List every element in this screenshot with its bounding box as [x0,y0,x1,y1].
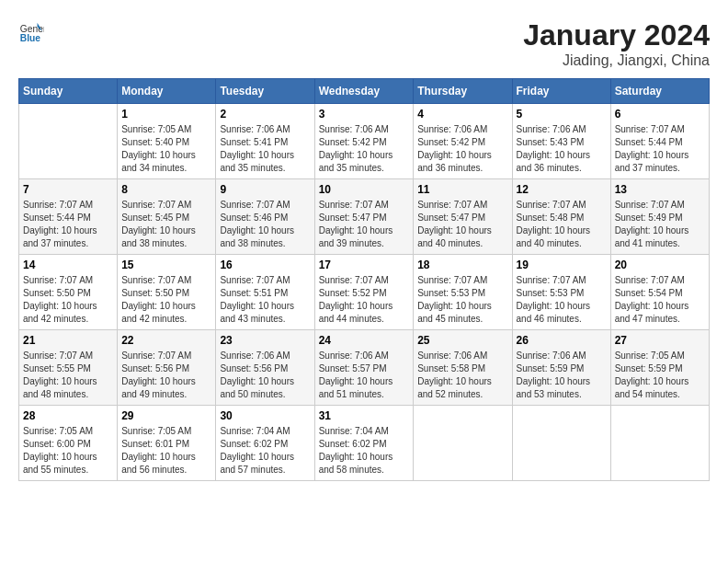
day-info: Sunrise: 7:07 AMSunset: 5:51 PMDaylight:… [220,274,310,326]
day-cell: 14Sunrise: 7:07 AMSunset: 5:50 PMDayligh… [19,255,118,330]
day-number: 20 [615,259,705,271]
day-info: Sunrise: 7:07 AMSunset: 5:56 PMDaylight:… [121,350,211,401]
header-cell-thursday: Thursday [414,79,512,104]
day-cell [610,406,709,481]
day-info: Sunrise: 7:07 AMSunset: 5:50 PMDaylight:… [121,274,211,326]
week-row-5: 28Sunrise: 7:05 AMSunset: 6:00 PMDayligh… [19,406,710,481]
day-number: 29 [121,409,211,422]
logo: General Blue [18,18,44,44]
day-cell: 30Sunrise: 7:04 AMSunset: 6:02 PMDayligh… [216,406,314,481]
week-row-4: 21Sunrise: 7:07 AMSunset: 5:55 PMDayligh… [19,330,710,406]
day-info: Sunrise: 7:07 AMSunset: 5:53 PMDaylight:… [417,274,507,326]
day-cell: 9Sunrise: 7:07 AMSunset: 5:46 PMDaylight… [216,179,314,255]
page-header: General Blue January 2024 Jiading, Jiang… [18,18,710,69]
day-number: 28 [23,409,113,422]
header-cell-sunday: Sunday [19,79,118,104]
day-number: 27 [615,334,705,347]
day-cell: 28Sunrise: 7:05 AMSunset: 6:00 PMDayligh… [19,406,118,481]
day-cell: 25Sunrise: 7:06 AMSunset: 5:58 PMDayligh… [414,330,512,406]
day-info: Sunrise: 7:05 AMSunset: 5:40 PMDaylight:… [121,123,211,175]
day-cell: 19Sunrise: 7:07 AMSunset: 5:53 PMDayligh… [512,255,610,330]
day-number: 24 [319,334,410,347]
day-info: Sunrise: 7:06 AMSunset: 5:42 PMDaylight:… [319,123,410,175]
day-info: Sunrise: 7:06 AMSunset: 5:42 PMDaylight:… [417,123,507,175]
day-cell: 18Sunrise: 7:07 AMSunset: 5:53 PMDayligh… [414,255,512,330]
day-info: Sunrise: 7:07 AMSunset: 5:44 PMDaylight:… [23,199,113,250]
day-info: Sunrise: 7:06 AMSunset: 5:43 PMDaylight:… [517,123,607,175]
day-info: Sunrise: 7:05 AMSunset: 6:01 PMDaylight:… [121,425,211,477]
day-info: Sunrise: 7:06 AMSunset: 5:59 PMDaylight:… [517,350,607,401]
day-number: 9 [220,183,310,196]
day-info: Sunrise: 7:07 AMSunset: 5:49 PMDaylight:… [615,199,705,250]
day-info: Sunrise: 7:07 AMSunset: 5:54 PMDaylight:… [615,274,705,326]
header-cell-saturday: Saturday [610,79,709,104]
svg-text:Blue: Blue [20,33,41,43]
day-cell: 7Sunrise: 7:07 AMSunset: 5:44 PMDaylight… [19,179,118,255]
day-number: 12 [517,183,607,196]
header-cell-tuesday: Tuesday [216,79,314,104]
day-cell: 8Sunrise: 7:07 AMSunset: 5:45 PMDaylight… [118,179,216,255]
day-info: Sunrise: 7:07 AMSunset: 5:52 PMDaylight:… [319,274,410,326]
day-number: 31 [319,409,410,422]
day-number: 1 [121,108,211,121]
day-info: Sunrise: 7:05 AMSunset: 5:59 PMDaylight:… [615,350,705,401]
day-number: 5 [517,108,607,121]
calendar-table: SundayMondayTuesdayWednesdayThursdayFrid… [18,78,710,481]
day-info: Sunrise: 7:07 AMSunset: 5:48 PMDaylight:… [517,199,607,250]
day-info: Sunrise: 7:07 AMSunset: 5:50 PMDaylight:… [23,274,113,326]
day-cell: 1Sunrise: 7:05 AMSunset: 5:40 PMDaylight… [118,104,216,179]
day-number: 18 [417,259,507,271]
day-number: 11 [417,183,507,196]
day-cell: 12Sunrise: 7:07 AMSunset: 5:48 PMDayligh… [512,179,610,255]
page-subtitle: Jiading, Jiangxi, China [523,52,710,69]
day-number: 3 [319,108,410,121]
day-cell: 31Sunrise: 7:04 AMSunset: 6:02 PMDayligh… [314,406,414,481]
day-cell: 20Sunrise: 7:07 AMSunset: 5:54 PMDayligh… [610,255,709,330]
day-cell: 3Sunrise: 7:06 AMSunset: 5:42 PMDaylight… [314,104,414,179]
day-cell: 24Sunrise: 7:06 AMSunset: 5:57 PMDayligh… [314,330,414,406]
day-number: 23 [220,334,310,347]
day-number: 16 [220,259,310,271]
day-cell: 11Sunrise: 7:07 AMSunset: 5:47 PMDayligh… [414,179,512,255]
day-info: Sunrise: 7:07 AMSunset: 5:45 PMDaylight:… [121,199,211,250]
day-info: Sunrise: 7:06 AMSunset: 5:57 PMDaylight:… [319,350,410,401]
page-title: January 2024 [523,18,710,52]
header-cell-wednesday: Wednesday [314,79,414,104]
day-number: 13 [615,183,705,196]
day-info: Sunrise: 7:06 AMSunset: 5:58 PMDaylight:… [417,350,507,401]
day-number: 14 [23,259,113,271]
header-cell-monday: Monday [118,79,216,104]
day-number: 15 [121,259,211,271]
day-cell: 16Sunrise: 7:07 AMSunset: 5:51 PMDayligh… [216,255,314,330]
week-row-1: 1Sunrise: 7:05 AMSunset: 5:40 PMDaylight… [19,104,710,179]
logo-icon: General Blue [18,18,44,44]
header-cell-friday: Friday [512,79,610,104]
day-info: Sunrise: 7:07 AMSunset: 5:46 PMDaylight:… [220,199,310,250]
day-number: 17 [319,259,410,271]
header-row: SundayMondayTuesdayWednesdayThursdayFrid… [19,79,710,104]
day-cell [512,406,610,481]
day-number: 7 [23,183,113,196]
day-info: Sunrise: 7:05 AMSunset: 6:00 PMDaylight:… [23,425,113,477]
day-info: Sunrise: 7:04 AMSunset: 6:02 PMDaylight:… [319,425,410,477]
day-cell: 26Sunrise: 7:06 AMSunset: 5:59 PMDayligh… [512,330,610,406]
day-cell [19,104,118,179]
day-number: 8 [121,183,211,196]
day-number: 30 [220,409,310,422]
day-number: 22 [121,334,211,347]
day-number: 19 [517,259,607,271]
day-info: Sunrise: 7:07 AMSunset: 5:53 PMDaylight:… [517,274,607,326]
day-number: 4 [417,108,507,121]
day-info: Sunrise: 7:06 AMSunset: 5:41 PMDaylight:… [220,123,310,175]
day-cell: 15Sunrise: 7:07 AMSunset: 5:50 PMDayligh… [118,255,216,330]
day-cell: 13Sunrise: 7:07 AMSunset: 5:49 PMDayligh… [610,179,709,255]
day-cell: 6Sunrise: 7:07 AMSunset: 5:44 PMDaylight… [610,104,709,179]
day-info: Sunrise: 7:07 AMSunset: 5:55 PMDaylight:… [23,350,113,401]
day-cell [414,406,512,481]
day-cell: 4Sunrise: 7:06 AMSunset: 5:42 PMDaylight… [414,104,512,179]
day-info: Sunrise: 7:07 AMSunset: 5:44 PMDaylight:… [615,123,705,175]
title-block: January 2024 Jiading, Jiangxi, China [523,18,710,69]
day-cell: 10Sunrise: 7:07 AMSunset: 5:47 PMDayligh… [314,179,414,255]
day-number: 6 [615,108,705,121]
day-cell: 5Sunrise: 7:06 AMSunset: 5:43 PMDaylight… [512,104,610,179]
